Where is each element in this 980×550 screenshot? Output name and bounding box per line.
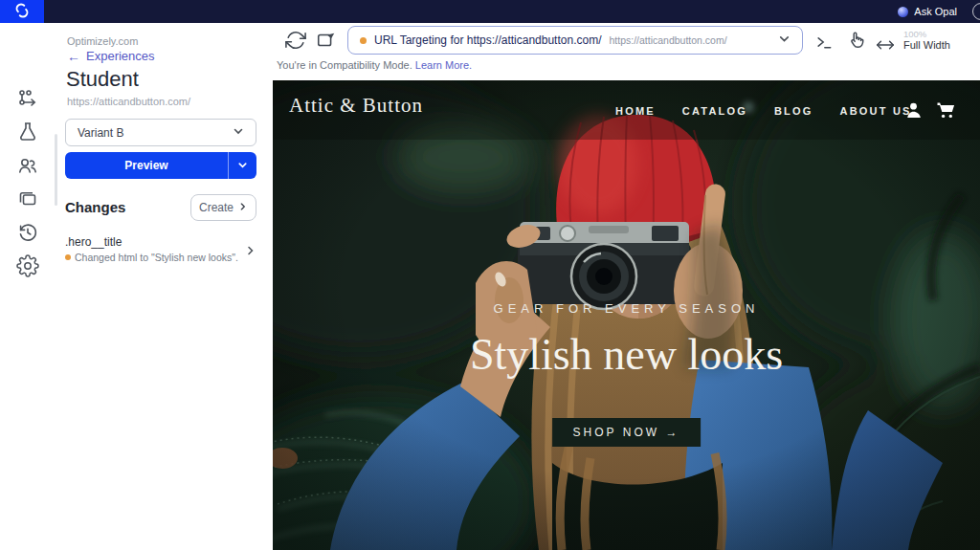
chevron-down-icon [233,125,244,140]
create-change-button[interactable]: Create [190,194,256,221]
site-preview-frame: Attic & Button HOME CATALOG BLOG ABOUT U… [273,80,980,550]
change-status-dot-icon [65,254,71,260]
optimizely-logo[interactable] [0,0,44,23]
code-console-icon[interactable] [813,32,835,55]
interact-pointer-icon[interactable] [845,30,868,53]
targeting-status-dot-icon [360,37,367,44]
zoom-level: 100% [903,29,926,39]
compatibility-text: You're in Compatibility Mode. [277,59,412,71]
audiences-icon[interactable] [16,154,39,177]
shop-now-button[interactable]: SHOP NOW → [552,418,702,447]
create-button-label: Create [199,201,234,214]
variant-select[interactable]: Variant B [65,119,256,146]
open-page-icon[interactable] [315,30,338,53]
partial-avatar-icon[interactable] [972,3,980,20]
back-to-experiences-link[interactable]: ← Experiences [67,49,155,63]
chevron-down-icon [778,32,791,49]
change-description: Changed html to "Stylish new looks". [75,252,238,263]
back-link-label: Experiences [86,49,155,63]
preview-dropdown-button[interactable] [228,152,256,179]
site-logo[interactable]: Attic & Button [289,94,423,118]
url-targeting-hint: https://atticandbutton.com/ [609,34,770,46]
pages-icon[interactable] [16,187,39,210]
account-label: Optimizely.com [67,35,138,47]
change-list-item[interactable]: .hero__title Changed html to "Stylish ne… [65,235,256,263]
width-mode-label: Full Width [903,39,950,51]
top-app-bar: Ask Opal [0,0,980,23]
experiment-flask-icon[interactable] [16,121,39,143]
preview-button[interactable]: Preview [65,152,228,179]
nav-blog[interactable]: BLOG [774,105,813,117]
chevron-right-icon [238,201,248,214]
account-person-icon[interactable] [906,102,921,121]
experience-url: https://atticandbutton.com/ [67,96,190,107]
refresh-icon[interactable] [284,30,307,53]
change-description-row: Changed html to "Stylish new looks". [65,252,256,263]
change-selector: .hero__title [65,235,256,249]
cart-icon[interactable] [937,102,955,121]
hero-title: Stylish new looks [273,329,980,380]
ask-opal-button[interactable]: Ask Opal [892,5,963,18]
nav-catalog[interactable]: CATALOG [682,105,747,117]
settings-gear-icon[interactable] [16,254,39,277]
learn-more-link[interactable]: Learn More. [415,59,472,71]
optimizely-logo-icon [13,2,31,22]
chevron-right-icon [245,243,256,260]
back-arrow-icon: ← [67,50,80,63]
history-icon[interactable] [16,221,39,244]
sidebar-scroll-indicator[interactable] [55,134,57,206]
url-targeting-label: URL Targeting for https://atticandbutton… [374,33,601,47]
topbar-right: Ask Opal [892,3,980,20]
optimizely-visual-editor: Ask Opal [0,0,980,550]
editor-sidebar [0,23,56,550]
nav-about-us[interactable]: ABOUT US [840,105,912,117]
experience-title: Student [66,67,139,92]
nav-home[interactable]: HOME [615,105,656,117]
site-nav: HOME CATALOG BLOG ABOUT US [615,105,912,117]
ask-opal-label: Ask Opal [914,6,957,17]
journey-flow-icon[interactable] [16,87,39,110]
url-targeting-dropdown[interactable]: URL Targeting for https://atticandbutton… [347,26,803,55]
opal-orb-icon [898,7,908,17]
variant-select-value: Variant B [78,126,123,140]
full-width-arrows-icon[interactable] [874,34,897,57]
hero-eyebrow: GEAR FOR EVERY SEASON [273,301,980,316]
preview-split-button: Preview [65,152,256,179]
compatibility-notice: You're in Compatibility Mode. Learn More… [277,59,472,71]
chevron-down-icon [237,159,248,173]
changes-heading: Changes [65,199,125,215]
